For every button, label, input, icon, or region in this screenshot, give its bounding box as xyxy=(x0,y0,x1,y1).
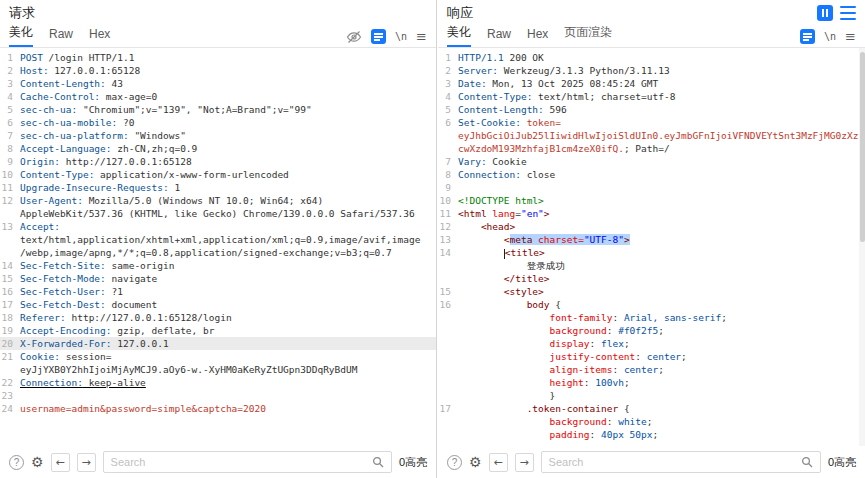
code-token: gzip, deflate, br xyxy=(112,325,215,336)
line-number xyxy=(438,415,458,428)
code-token: align-items xyxy=(550,364,613,375)
line-number xyxy=(438,311,458,324)
newline-symbol-icon[interactable]: \n xyxy=(395,31,407,42)
code-line-content: <head> xyxy=(458,220,515,233)
code-line: 7Vary: Cookie xyxy=(438,155,865,168)
line-number: 8 xyxy=(0,142,20,155)
line-number: 7 xyxy=(0,129,20,142)
code-token: sec-ch-ua-mobile: xyxy=(20,117,117,128)
code-line-content: Sec-Fetch-Dest: document xyxy=(20,298,157,311)
response-scrollbar-thumb[interactable] xyxy=(860,52,865,242)
hamburger-menu-icon[interactable] xyxy=(840,6,856,20)
line-number: 16 xyxy=(438,298,458,311)
code-line-content: Cookie: session= xyxy=(20,350,112,363)
code-token: Host: xyxy=(20,65,49,76)
code-token: : xyxy=(612,312,623,323)
code-line: 24username=admin&password=simple&captcha… xyxy=(0,402,436,415)
code-token: font-family xyxy=(550,312,613,323)
code-line-content: background: #f0f2f5; xyxy=(458,324,664,337)
word-wrap-icon[interactable] xyxy=(800,29,815,44)
request-panel: 请求 美化 Raw Hex \n ≡ 1POST /login HTTP/1.1… xyxy=(0,0,437,478)
code-line: } xyxy=(438,389,865,402)
code-line-content: Content-Type: text/html; charset=utf-8 xyxy=(458,90,675,103)
format-menu-icon[interactable]: ≡ xyxy=(416,30,427,43)
code-token: <!DOCTYPE html> xyxy=(458,195,544,206)
response-tab-beautify[interactable]: 美化 xyxy=(447,24,471,47)
code-token: Vary: xyxy=(458,156,487,167)
word-wrap-icon[interactable] xyxy=(371,29,386,44)
line-number: 22 xyxy=(0,376,20,389)
next-match-button[interactable]: → xyxy=(77,453,96,472)
response-scrollbar[interactable] xyxy=(859,48,865,446)
code-token: "en" xyxy=(521,208,544,219)
code-token: http://127.0.0.1:65128/login xyxy=(66,312,232,323)
code-token: Origin: xyxy=(20,156,60,167)
prev-match-button[interactable]: ← xyxy=(489,453,508,472)
response-tab-render[interactable]: 页面渲染 xyxy=(564,24,612,47)
code-token: 登录成功 xyxy=(527,260,565,271)
code-line-content: Host: 127.0.0.1:65128 xyxy=(20,64,140,77)
code-token xyxy=(458,273,504,284)
settings-gear-icon[interactable]: ⚙ xyxy=(469,455,482,469)
code-line: 17Sec-Fetch-Dest: document xyxy=(0,298,436,311)
visibility-off-icon[interactable] xyxy=(346,30,362,44)
code-line: eyJjYXB0Y2hhIjoiMjAyMCJ9.aOy6-w.-XyHM0aK… xyxy=(0,363,436,376)
response-tab-raw[interactable]: Raw xyxy=(487,27,511,47)
code-token: background xyxy=(550,325,607,336)
code-token: cwXzdoM193MzhfajB1cm4zeX0ifQ. xyxy=(458,143,624,154)
help-icon[interactable]: ? xyxy=(447,455,462,470)
code-token: sec-ch-ua-platform: xyxy=(20,130,129,141)
code-token: Connection: xyxy=(20,377,83,388)
code-line: 12User-Agent: Mozilla/5.0 (Windows NT 10… xyxy=(0,194,436,207)
format-menu-icon[interactable]: ≡ xyxy=(845,30,856,43)
code-line-content: justify-content: center; xyxy=(458,350,687,363)
response-tab-bar: 美化 Raw Hex 页面渲染 \n ≡ xyxy=(438,26,865,48)
code-line: 15Sec-Fetch-Mode: navigate xyxy=(0,272,436,285)
code-line-content: background: white; xyxy=(458,415,653,428)
request-toolbar: \n ≡ xyxy=(346,29,427,47)
response-tab-hex[interactable]: Hex xyxy=(527,27,548,47)
line-number: 9 xyxy=(0,155,20,168)
response-search-input[interactable] xyxy=(549,456,801,468)
code-line-content: Accept: xyxy=(20,220,60,233)
code-line: 3Date: Mon, 13 Oct 2025 08:45:24 GMT xyxy=(438,77,865,90)
pause-icon[interactable] xyxy=(817,5,833,21)
code-line: background: white; xyxy=(438,415,865,428)
response-editor[interactable]: 1HTTP/1.1 200 OK2Server: Werkzeug/3.1.3 … xyxy=(438,48,865,446)
code-line: font-family: Arial, sans-serif; xyxy=(438,311,865,324)
request-search-input[interactable] xyxy=(111,456,372,468)
code-line-content: } xyxy=(458,389,555,402)
code-token: charset= xyxy=(532,234,583,245)
request-tab-hex[interactable]: Hex xyxy=(89,27,110,47)
request-tab-beautify[interactable]: 美化 xyxy=(9,24,33,47)
settings-gear-icon[interactable]: ⚙ xyxy=(31,455,44,469)
code-token: ; xyxy=(681,351,687,362)
code-line-content: body { xyxy=(458,298,561,311)
line-number: 23 xyxy=(0,389,20,402)
code-line-content: Connection: keep-alive xyxy=(20,376,146,389)
line-number xyxy=(438,337,458,350)
line-number: 8 xyxy=(438,168,458,181)
help-icon[interactable]: ? xyxy=(9,455,24,470)
next-match-button[interactable]: → xyxy=(515,453,534,472)
newline-symbol-icon[interactable]: \n xyxy=(824,31,836,42)
line-number: 3 xyxy=(0,77,20,90)
code-line-content: sec-ch-ua-platform: "Windows" xyxy=(20,129,186,142)
request-tab-raw[interactable]: Raw xyxy=(49,27,73,47)
code-token: "UTF-8" xyxy=(584,234,624,245)
request-editor[interactable]: 1POST /login HTTP/1.12Host: 127.0.0.1:65… xyxy=(0,48,436,446)
code-line: 9 xyxy=(438,181,865,194)
code-token xyxy=(458,234,504,245)
line-number: 13 xyxy=(0,220,20,233)
code-token: : xyxy=(584,377,595,388)
request-highlight-count: 0高亮 xyxy=(399,455,427,470)
code-line: 3Content-Length: 43 xyxy=(0,77,436,90)
code-line-content: eyJhbGciOiJub25lIiwidHlwIjoiSldUIn0.eyJm… xyxy=(458,129,858,142)
line-number: 16 xyxy=(0,285,20,298)
code-token xyxy=(458,403,527,414)
code-line-content: align-items: center; xyxy=(458,363,664,376)
request-search-bar: ? ⚙ ← → 0高亮 xyxy=(0,446,436,478)
prev-match-button[interactable]: ← xyxy=(51,453,70,472)
code-token: Accept-Encoding: xyxy=(20,325,112,336)
code-line-content: username=admin&password=simple&captcha=2… xyxy=(20,402,266,415)
